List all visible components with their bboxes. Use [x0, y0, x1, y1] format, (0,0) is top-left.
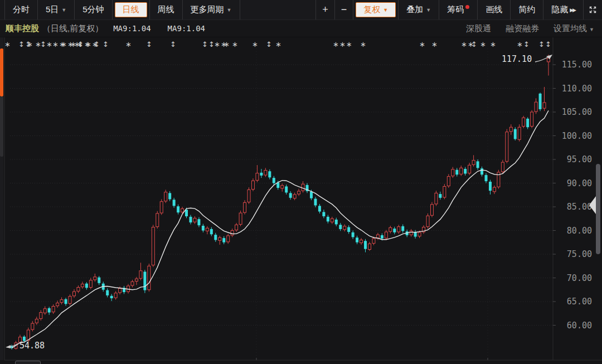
hide-button[interactable]: 隐藏▶▶ — [543, 0, 584, 20]
high-price-label: 117.10 — [502, 54, 532, 64]
candlestick-chart[interactable]: 115.00110.00105.00100.0095.0090.0085.008… — [0, 37, 602, 364]
low-price-label: 54.88 — [20, 341, 45, 351]
caret-down-icon: ▼ — [383, 7, 388, 13]
ma9-line — [12, 110, 548, 348]
y-axis-label: 105.00 — [562, 107, 592, 117]
event-marker: ∗ — [490, 40, 497, 48]
event-marker: ∗ — [27, 40, 33, 48]
event-marker: ↕ — [266, 40, 273, 48]
ma-label-2: MA9:1.04 — [168, 24, 205, 33]
period-info: （日线,前复权） — [42, 23, 103, 34]
tab-5day-label: 5日 — [46, 4, 59, 15]
tab-daily-cell: 日线 — [113, 0, 150, 20]
tab-more-periods[interactable]: 更多周期▼ — [183, 0, 240, 20]
hide-label: 隐藏 — [551, 4, 568, 15]
stock-name: 顺丰控股 — [6, 23, 39, 34]
overlay-dropdown[interactable]: 叠加▼ — [399, 0, 439, 20]
zoom-in-button[interactable]: + — [316, 0, 335, 20]
left-scrollbar-thumb-orange[interactable] — [0, 48, 3, 96]
tab-5day[interactable]: 5日▼ — [38, 0, 75, 20]
adjust-label: 复权 — [363, 4, 380, 15]
event-marker: ∗ — [360, 40, 367, 48]
left-scrollbar-segment[interactable] — [0, 96, 3, 157]
event-marker: ∗↕ — [517, 40, 530, 48]
y-axis-label: 85.00 — [567, 202, 592, 212]
y-axis-label: 100.00 — [562, 131, 592, 141]
y-axis-label: 90.00 — [567, 178, 592, 188]
event-marker: ↕ — [170, 40, 177, 48]
tab-fenshi[interactable]: 分时 — [5, 0, 38, 20]
chart-area: 115.00110.00105.00100.0095.0090.0085.008… — [0, 37, 602, 364]
candles[interactable] — [11, 55, 550, 350]
zoom-out-button[interactable]: − — [335, 0, 354, 20]
event-marker: ∗∗∗ — [333, 40, 353, 48]
x-axis-label-stub — [15, 361, 41, 364]
arrow-down-left-icon — [4, 342, 19, 350]
event-marker: ∗ — [232, 40, 239, 48]
caret-down-icon: ▼ — [426, 7, 431, 13]
chart-tools: + − 复权▼ 叠加▼ 筹码 画线 简约 隐藏▶▶ — [315, 0, 602, 20]
event-markers[interactable]: ∗↕↕∗∗↕∗∗∗∗∗∗∗∗↕∗∗∗↕↕∗↕↕↕↕∗∗∗∗∗↕∗∗∗∗∗∗∗∗∗… — [4, 40, 552, 48]
y-axis-label: 110.00 — [562, 84, 592, 94]
overlay-label: 叠加 — [406, 4, 423, 15]
legend-right-links: 深股通 融资融券 设置均线▼ — [466, 23, 594, 34]
fullscreen-expand-icon — [588, 5, 598, 14]
ma-label-1: MA9:1.04 — [113, 24, 151, 33]
event-marker: ∗ — [431, 40, 438, 48]
ma-settings-dropdown[interactable]: 设置均线▼ — [554, 23, 594, 34]
arrow-up-right-icon — [534, 54, 554, 65]
event-marker: ∗ — [419, 40, 426, 48]
chips-button[interactable]: 筹码 — [439, 0, 478, 20]
chips-label: 筹码 — [447, 4, 464, 15]
period-tabs: 分时 5日▼ 5分钟 日线 周线 更多周期▼ — [4, 0, 240, 20]
event-marker: ↕↕ — [202, 40, 215, 48]
y-axis-label: 60.00 — [567, 321, 592, 331]
caret-down-icon: ▼ — [589, 27, 594, 32]
event-marker: ↕ — [103, 40, 109, 48]
event-marker: ∗ — [125, 40, 132, 48]
y-axis-label: 75.00 — [567, 249, 592, 259]
shenzhen-connect-link[interactable]: 深股通 — [466, 23, 491, 34]
draw-line-button[interactable]: 画线 — [478, 0, 511, 20]
event-marker: ∗ — [480, 40, 487, 48]
adjust-dropdown[interactable]: 复权▼ — [356, 2, 396, 17]
event-marker: ↕ — [94, 40, 100, 48]
y-axis-label: 65.00 — [567, 297, 592, 307]
adjust-cell: 复权▼ — [353, 0, 399, 20]
tab-weekly[interactable]: 周线 — [150, 0, 183, 20]
simple-mode-button[interactable]: 简约 — [511, 0, 543, 20]
ma-settings-label: 设置均线 — [554, 23, 587, 33]
caret-down-icon: ▼ — [61, 7, 66, 13]
top-toolbar: 分时 5日▼ 5分钟 日线 周线 更多周期▼ + − 复权▼ 叠加▼ 筹码 画线… — [0, 0, 602, 20]
event-marker: ↕ — [471, 40, 478, 48]
right-scrollbar-thumb[interactable] — [596, 164, 600, 254]
event-marker: ∗ — [252, 40, 259, 48]
legend-row: 顺丰控股 （日线,前复权） MA9:1.04 MA9:1.04 深股通 融资融券… — [0, 20, 602, 37]
tab-more-periods-label: 更多周期 — [191, 4, 224, 15]
y-axis-label: 70.00 — [567, 273, 592, 283]
y-axis-label: 95.00 — [567, 154, 592, 164]
double-arrow-right-icon: ▶▶ — [570, 7, 575, 13]
red-dot-badge — [465, 5, 469, 9]
event-marker: ↕↕ — [538, 40, 552, 48]
caret-down-icon: ▼ — [227, 7, 232, 13]
high-price-annotation: 117.10 — [502, 54, 554, 65]
event-marker: ↕ — [146, 40, 153, 48]
panel-collapse-arrow[interactable] — [589, 196, 596, 214]
low-price-annotation: 54.88 — [4, 341, 45, 351]
event-marker: ∗ — [275, 40, 282, 48]
fullscreen-button[interactable] — [584, 0, 602, 20]
y-axis-label: 115.00 — [562, 60, 592, 70]
tab-5min[interactable]: 5分钟 — [75, 0, 112, 20]
event-marker: ∗ — [4, 40, 11, 48]
y-axis-label: 80.00 — [567, 226, 592, 236]
margin-trading-link[interactable]: 融资融券 — [506, 23, 539, 34]
event-marker: ∗ — [224, 40, 230, 48]
tab-daily[interactable]: 日线 — [115, 2, 147, 17]
